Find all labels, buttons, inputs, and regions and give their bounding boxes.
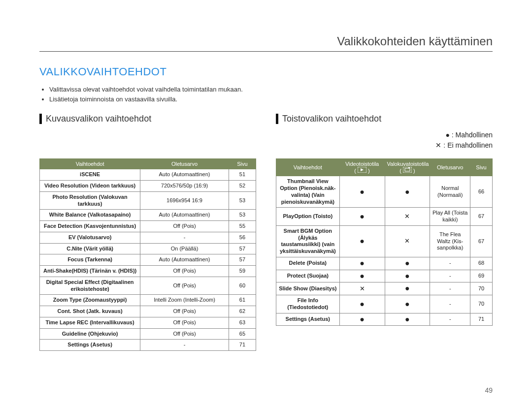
th-option: Vaihtoehdot bbox=[276, 159, 340, 176]
cell-page: 61 bbox=[229, 295, 256, 306]
cell-photo: ● bbox=[385, 282, 430, 295]
cell-page: 56 bbox=[229, 232, 256, 243]
cell-video: ● bbox=[339, 225, 385, 257]
cell-default: Off (Pois) bbox=[140, 277, 229, 295]
cell-default: - bbox=[430, 270, 470, 282]
cell-default: Auto (Automaattinen) bbox=[140, 169, 229, 181]
dot-icon: ● bbox=[360, 300, 365, 308]
cell-photo: ● bbox=[385, 313, 430, 326]
cell-option: Cont. Shot (Jatk. kuvaus) bbox=[40, 306, 140, 317]
cell-option: Face Detection (Kasvojentunnistus) bbox=[40, 221, 140, 232]
cell-option: C.Nite (Värit yöllä) bbox=[40, 243, 140, 254]
dot-icon: ● bbox=[360, 237, 365, 245]
table-row: Focus (Tarkenna)Auto (Automaattinen)57 bbox=[40, 254, 256, 266]
th-page: Sivu bbox=[470, 159, 493, 176]
th-option: Vaihtoehdot bbox=[40, 159, 140, 169]
cell-page: 67 bbox=[470, 225, 493, 257]
table-row: Time Lapse REC (Intervallikuvaus)Off (Po… bbox=[40, 317, 256, 328]
cell-page: 67 bbox=[470, 208, 493, 226]
page-number: 49 bbox=[485, 386, 493, 394]
table-row: Digital Special Effect (Digitaalinen eri… bbox=[40, 277, 256, 295]
cell-page: 52 bbox=[229, 181, 256, 192]
dot-icon: ● bbox=[405, 300, 410, 308]
video-mode-icon: ( ) bbox=[354, 167, 369, 174]
table-row: Anti-Shake(HDIS) (Tärinän v. (HDIS))Off … bbox=[40, 266, 256, 277]
dot-icon: ● bbox=[360, 212, 365, 220]
cross-icon: ✕ bbox=[404, 237, 410, 245]
dot-icon: ● bbox=[405, 315, 410, 323]
cross-icon: ✕ bbox=[360, 285, 365, 292]
dot-icon: ● bbox=[360, 259, 365, 267]
dot-icon: ● bbox=[360, 187, 365, 196]
table-row: Thumbnail View Option (Pienoisk.näk-vali… bbox=[276, 176, 493, 208]
cell-option: Focus (Tarkenna) bbox=[40, 254, 140, 266]
th-photo-label: Valokuvatoistotila bbox=[387, 161, 429, 167]
table-row: Zoom Type (Zoomaustyyppi)Intelli Zoom (I… bbox=[40, 295, 256, 306]
cell-option: Digital Special Effect (Digitaalinen eri… bbox=[40, 277, 140, 295]
cell-option: iSCENE bbox=[40, 169, 140, 181]
table-row: Settings (Asetus)-71 bbox=[40, 340, 256, 351]
cell-video: ● bbox=[339, 257, 385, 270]
cell-option: Settings (Asetus) bbox=[276, 313, 340, 326]
table-row: EV (Valotusarvo)-56 bbox=[40, 232, 256, 243]
cell-page: 62 bbox=[229, 306, 256, 317]
table-row: Smart BGM Option (Älykäs taustamusiikki)… bbox=[276, 225, 493, 257]
th-default: Oletusarvo bbox=[140, 159, 229, 169]
table-row: Settings (Asetus)●●-71 bbox=[276, 313, 493, 326]
rule-top bbox=[39, 51, 493, 52]
cell-default: On (Päällä) bbox=[140, 243, 229, 254]
cell-default: Off (Pois) bbox=[140, 306, 229, 317]
cell-page: 71 bbox=[470, 313, 493, 326]
cell-page: 63 bbox=[229, 317, 256, 328]
table-row: File Info (Tiedostotiedot)●●-70 bbox=[276, 295, 493, 313]
table-row: Protect (Suojaa)●●-69 bbox=[276, 270, 493, 282]
cell-default: Off (Pois) bbox=[140, 317, 229, 328]
cell-default: - bbox=[140, 232, 229, 243]
cell-page: 57 bbox=[229, 243, 256, 254]
cell-default: - bbox=[430, 313, 470, 326]
dot-icon: ● bbox=[405, 272, 410, 280]
cell-option: White Balance (Valkotasapaino) bbox=[40, 210, 140, 221]
table-row: White Balance (Valkotasapaino)Auto (Auto… bbox=[40, 210, 256, 221]
table-row: Face Detection (Kasvojentunnistus)Off (P… bbox=[40, 221, 256, 232]
cell-default: - bbox=[430, 295, 470, 313]
dot-icon: ● bbox=[405, 284, 410, 292]
cell-option: Zoom Type (Zoomaustyyppi) bbox=[40, 295, 140, 306]
table-row: Delete (Poista)●●-68 bbox=[276, 257, 493, 270]
dot-icon: ● bbox=[405, 187, 410, 196]
spacer bbox=[39, 130, 256, 154]
intro-list: Valittavissa olevat vaihtoehdot voivat v… bbox=[39, 85, 493, 104]
table-row: Slide Show (Diaesitys)✕●-70 bbox=[276, 282, 493, 295]
cell-default: Play All (Toista kaikki) bbox=[430, 208, 470, 226]
cell-default: - bbox=[430, 257, 470, 270]
table-row: C.Nite (Värit yöllä)On (Päällä)57 bbox=[40, 243, 256, 254]
cell-default: Intelli Zoom (Intelli-Zoom) bbox=[140, 295, 229, 306]
cell-option: Photo Resolution (Valokuvan tarkkuus) bbox=[40, 191, 140, 210]
cell-page: 53 bbox=[229, 210, 256, 221]
svg-rect-4 bbox=[408, 167, 410, 168]
cell-page: 55 bbox=[229, 221, 256, 232]
cell-video: ● bbox=[339, 176, 385, 208]
cell-page: 59 bbox=[229, 266, 256, 277]
chapter-title: Valikkokohteiden käyttäminen bbox=[39, 34, 493, 48]
cell-video: ● bbox=[339, 208, 385, 226]
cell-photo: ● bbox=[385, 295, 430, 313]
cell-page: 68 bbox=[470, 257, 493, 270]
cell-photo: ✕ bbox=[385, 208, 430, 226]
cell-default: - bbox=[430, 282, 470, 295]
cell-default: Off (Pois) bbox=[140, 328, 229, 340]
cell-photo: ● bbox=[385, 176, 430, 208]
cell-default: Auto (Automaattinen) bbox=[140, 254, 229, 266]
left-column: Kuvausvalikon vaihtoehdot Vaihtoehdot Ol… bbox=[39, 114, 256, 351]
cell-page: 65 bbox=[229, 328, 256, 340]
cell-default: Normal (Normaali) bbox=[430, 176, 470, 208]
right-column-header: Toistovalikon vaihtoehdot bbox=[276, 114, 493, 124]
cell-page: 51 bbox=[229, 169, 256, 181]
section-title: VALIKKOVAIHTOEHDOT bbox=[39, 65, 493, 78]
intro-item: Valittavissa olevat vaihtoehdot voivat v… bbox=[49, 85, 493, 94]
legend-possible: ● : Mahdollinen bbox=[276, 130, 493, 140]
cross-icon: ✕ bbox=[404, 213, 410, 220]
cell-page: 69 bbox=[470, 270, 493, 282]
cell-default: Off (Pois) bbox=[140, 266, 229, 277]
th-page: Sivu bbox=[229, 159, 256, 169]
